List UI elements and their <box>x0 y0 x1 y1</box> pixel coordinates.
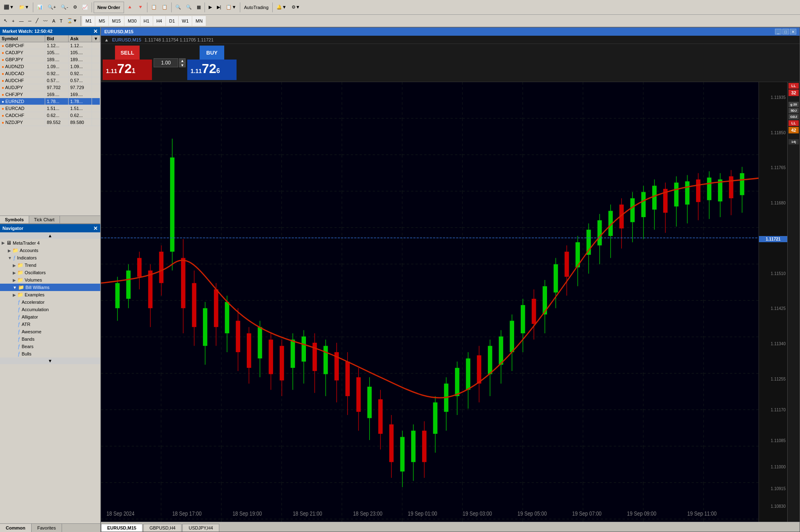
nav-metatrader4[interactable]: ▶ 🖥 MetaTrader 4 <box>0 239 100 247</box>
tf-m30[interactable]: M30 <box>124 16 140 26</box>
lot-decrease-btn[interactable]: ▼ <box>179 63 186 67</box>
market-watch-row-gbpchf[interactable]: ● GBPCHF 1.12... 1.12... <box>0 42 100 49</box>
market-watch-row-audjpy[interactable]: ● AUDJPY 97.702 97.729 <box>0 84 100 91</box>
nav-item-atr[interactable]: ƒ ATR <box>0 321 100 328</box>
market-watch-row-audcad[interactable]: ● AUDCAD 0.92... 0.92... <box>0 70 100 77</box>
nav-oscillators[interactable]: ▶ 📁 Oscillators <box>0 269 100 276</box>
navigator-close[interactable]: ✕ <box>93 226 98 231</box>
mini-badge-32[interactable]: 32 <box>789 89 799 96</box>
nav-scroll-down[interactable]: ▼ <box>0 358 100 364</box>
toolbar-notifications[interactable]: 🔔▼ <box>274 2 289 13</box>
market-watch-row-cadjpy[interactable]: ● CADJPY 105.... 105.... <box>0 49 100 56</box>
lot-input[interactable] <box>154 58 178 67</box>
chart-minimize-btn[interactable]: _ <box>775 29 782 34</box>
sell-button[interactable]: SELL <box>115 46 140 60</box>
svg-rect-116 <box>729 177 733 199</box>
trendline-tool[interactable]: ╱ <box>34 15 41 27</box>
tf-m1[interactable]: M1 <box>82 16 95 26</box>
mini-badge-ll2[interactable]: LL <box>789 120 799 126</box>
toolbar-chart-grid[interactable]: ▦ <box>195 2 203 13</box>
nav-bill-williams[interactable]: ▼ 📁 Bill Williams <box>0 284 100 291</box>
nav-trend[interactable]: ▶ 📁 Trend <box>0 261 100 269</box>
mini-badge-ll[interactable]: LL <box>789 83 799 89</box>
chart-tab-gbpusd-h4[interactable]: GBPUSD,H4 <box>143 524 182 532</box>
toolbar-experts2[interactable]: ▶| <box>215 2 223 13</box>
toolbar-zoom-chart-out[interactable]: 🔍 <box>184 2 194 13</box>
mini-badge-5dj[interactable]: 5DJ <box>789 108 799 113</box>
mini-badge-20[interactable]: g 20 <box>789 102 799 107</box>
toolbar-open-btn[interactable]: 📁▼ <box>17 2 31 13</box>
toolbar-history[interactable]: 📋 <box>160 2 170 13</box>
tf-mn[interactable]: MN <box>192 16 206 26</box>
toolbar-zoom-in[interactable]: 🔍+ <box>46 2 58 13</box>
nav-tab-common[interactable]: Common <box>0 524 32 532</box>
chart-restore-btn[interactable]: □ <box>782 29 789 34</box>
tab-tick-chart[interactable]: Tick Chart <box>29 216 60 223</box>
nav-item-bands[interactable]: ƒ Bands <box>0 335 100 343</box>
nav-scroll-up[interactable]: ▲ <box>0 232 100 239</box>
nav-item-bears[interactable]: ƒ Bears <box>0 343 100 350</box>
nav-item-accelerator[interactable]: ƒ Accelerator <box>0 298 100 306</box>
tab-symbols[interactable]: Symbols <box>0 216 29 223</box>
line-tool[interactable]: — <box>17 15 25 27</box>
tf-h4[interactable]: H4 <box>153 16 166 26</box>
market-watch-row-gbpjpy[interactable]: ● GBPJPY 189.... 189.... <box>0 56 100 63</box>
nav-item-alligator[interactable]: ƒ Alligator <box>0 313 100 321</box>
toolbar-experts[interactable]: ▶ <box>207 2 214 13</box>
toolbar-zoom-out[interactable]: 🔍- <box>59 2 70 13</box>
toolbar-more[interactable]: ⚙▼ <box>290 2 302 13</box>
market-watch-row-eurnzd[interactable]: ● EURNZD 1.78... 1.78... <box>0 98 100 105</box>
new-order-button[interactable]: New Order <box>94 2 124 13</box>
tf-d1[interactable]: D1 <box>166 16 178 26</box>
market-watch-row-audchf[interactable]: ● AUDCHF 0.57... 0.57... <box>0 77 100 84</box>
chart-main[interactable]: 18 Sep 2024 18 Sep 17:00 18 Sep 19:00 18… <box>101 82 759 522</box>
nav-volumes[interactable]: ▶ 📁 Volumes <box>0 276 100 284</box>
toolbar-trade[interactable]: 📋 <box>149 2 159 13</box>
tf-w1[interactable]: W1 <box>179 16 192 26</box>
autotrading-button[interactable]: AutoTrading <box>242 2 271 13</box>
market-watch-row-eurcad[interactable]: ● EURCAD 1.51... 1.51... <box>0 105 100 112</box>
wave-tool[interactable]: 〰 <box>41 15 50 27</box>
mini-badge-gdj[interactable]: GDJ <box>789 114 799 119</box>
nav-item-accumulation[interactable]: ƒ Accumulation <box>0 306 100 313</box>
market-watch-row-audnzd[interactable]: ● AUDNZD 1.09... 1.09... <box>0 63 100 70</box>
buy-button[interactable]: BUY <box>200 46 224 60</box>
hline-tool[interactable]: ─ <box>26 15 33 27</box>
func-icon-atr: ƒ <box>18 321 21 327</box>
gann-tool[interactable]: ⌛▼ <box>65 15 79 27</box>
cursor-tool[interactable]: ↖ <box>2 15 9 27</box>
nav-item-bulls[interactable]: ƒ Bulls <box>0 350 100 358</box>
nav-examples[interactable]: ▶ 📁 Examples <box>0 291 100 298</box>
nav-tab-favorites[interactable]: Favorites <box>32 524 62 532</box>
nav-indicators[interactable]: ▼ ƒ Indicators <box>0 254 100 261</box>
tf-h1[interactable]: H1 <box>140 16 153 26</box>
chart-tab-usdjpy-h4[interactable]: USDJPY,H4 <box>182 524 219 532</box>
toolbar-zoom-chart-in[interactable]: 🔍 <box>173 2 183 13</box>
market-watch-row-cadchf[interactable]: ● CADCHF 0.62... 0.62... <box>0 112 100 119</box>
mini-badge-42[interactable]: 42 <box>789 127 799 133</box>
label-tool[interactable]: T <box>58 15 65 27</box>
toolbar-sell[interactable]: 🔻 <box>136 2 145 13</box>
toolbar-indicators[interactable]: 📈 <box>80 2 90 13</box>
tf-m5[interactable]: M5 <box>95 16 108 26</box>
toolbar-buy[interactable]: 🔺 <box>125 2 135 13</box>
lot-increase-btn[interactable]: ▲ <box>179 58 186 63</box>
nav-accounts[interactable]: ▶ 📁 Accounts <box>0 247 100 254</box>
price-14: 1.10830 <box>771 504 786 509</box>
mini-badge-14[interactable]: 14) <box>789 139 799 144</box>
text-tool[interactable]: A <box>50 15 57 27</box>
market-watch-row-nzdjpy[interactable]: ● NZDJPY 89.552 89.580 <box>0 119 100 126</box>
market-watch-close[interactable]: ✕ <box>93 29 98 34</box>
mw-ask-value: 1.78... <box>69 98 92 105</box>
market-watch-row-chfjpy[interactable]: ● CHFJPY 169.... 169.... <box>0 91 100 98</box>
toolbar-new-chart[interactable]: 📊 <box>35 2 45 13</box>
tf-m15[interactable]: M15 <box>109 16 124 26</box>
chart-ohlc: 1.11748 1.11754 1.11705 1.11721 <box>145 37 214 42</box>
toolbar-new-btn[interactable]: ⬛▼ <box>2 2 16 13</box>
chart-tab-eurusd-m15[interactable]: EURUSD,M15 <box>101 524 143 532</box>
toolbar-experts3[interactable]: 📋▼ <box>224 2 238 13</box>
chart-close-btn[interactable]: ✕ <box>790 29 796 34</box>
crosshair-tool[interactable]: + <box>10 15 16 27</box>
toolbar-properties[interactable]: ⚙ <box>71 2 79 13</box>
nav-item-awesome[interactable]: ƒ Awesome <box>0 328 100 335</box>
